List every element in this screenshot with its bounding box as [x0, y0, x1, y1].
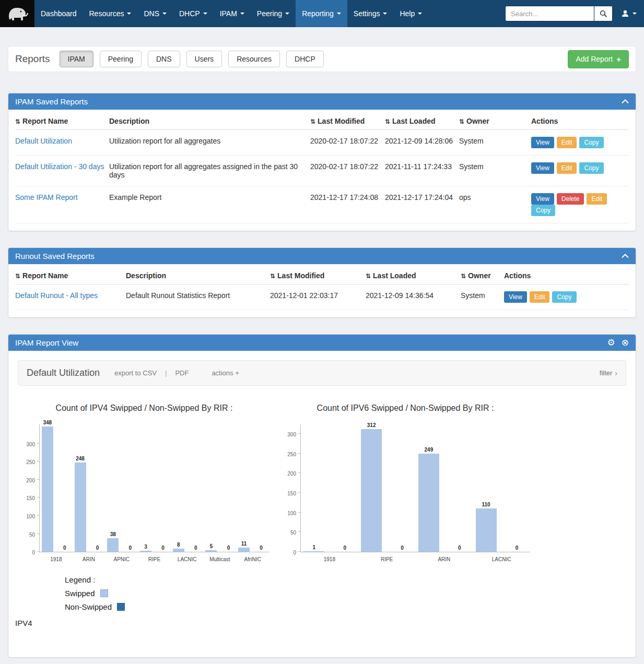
copy-button[interactable]: Copy: [579, 162, 603, 174]
y-tick-label: 50: [290, 530, 296, 536]
nav-item-ipam[interactable]: IPAM: [214, 0, 251, 27]
bar-swipped[interactable]: [173, 549, 184, 552]
x-category-label: 1918: [40, 556, 73, 562]
tab-dhcp[interactable]: DHCP: [286, 51, 324, 67]
report-name-link[interactable]: Default Utilization - 30 days: [15, 162, 104, 171]
bar-value-label: 0: [161, 545, 165, 551]
nav-item-dns[interactable]: DNS: [137, 0, 173, 27]
collapse-chevron-up-icon[interactable]: [622, 99, 629, 104]
export-pdf-link[interactable]: PDF: [175, 369, 189, 377]
column-report-name[interactable]: ⇅Report Name: [15, 267, 126, 284]
column-last-loaded[interactable]: ⇅Last Loaded: [385, 113, 459, 130]
tab-resources[interactable]: Resources: [228, 51, 280, 67]
edit-button[interactable]: Edit: [557, 162, 577, 174]
bar-wrap: 0: [59, 545, 71, 552]
nav-item-dashboard[interactable]: Dashboard: [34, 0, 83, 27]
actions-menu[interactable]: actions +: [212, 369, 239, 377]
legend-item: Non-Swipped: [65, 602, 629, 611]
bar-wrap: 0: [507, 545, 528, 552]
bar-value-label: 38: [110, 531, 116, 537]
bar-swipped[interactable]: [418, 454, 439, 552]
bar-value-label: 0: [227, 545, 230, 551]
column-last-modified[interactable]: ⇅Last Modified: [310, 113, 385, 130]
report-name-cell: Default Utilization - 30 days: [15, 156, 109, 186]
y-axis: 050100150200250300: [280, 424, 300, 552]
view-button[interactable]: View: [531, 193, 554, 205]
panel-body: ⇅Report NameDescription⇅Last Modified⇅La…: [8, 264, 636, 317]
x-category-label: RIPE: [138, 556, 171, 562]
bar-swipped[interactable]: [107, 538, 119, 552]
navbar-right: [505, 0, 644, 27]
filter-toggle[interactable]: filter ›: [600, 369, 617, 377]
tab-ipam[interactable]: IPAM: [60, 51, 93, 67]
bar-value-label: 249: [425, 447, 434, 453]
plus-icon: +: [616, 55, 621, 64]
last-loaded: 2021-12-17 17:24:04: [385, 186, 459, 223]
user-menu[interactable]: [621, 9, 637, 18]
charts-row: Count of IPV4 Swipped / Non-Swipped By R…: [15, 404, 629, 552]
bar-swipped[interactable]: [75, 463, 86, 552]
bar-group: 110AfriNIC: [236, 541, 269, 552]
x-category-label: ARIN: [73, 556, 106, 562]
view-button[interactable]: View: [504, 291, 527, 303]
view-button[interactable]: View: [531, 137, 554, 148]
y-tick-label: 200: [287, 471, 296, 477]
bar-swipped[interactable]: [140, 551, 151, 552]
settings-gear-icon[interactable]: ⚙: [607, 338, 615, 347]
bar-wrap: 348: [42, 420, 53, 552]
nav-item-settings[interactable]: Settings: [347, 0, 394, 27]
collapse-chevron-up-icon[interactable]: [622, 254, 629, 258]
legend-items: SwippedNon-Swipped: [65, 589, 629, 611]
bar-group: 1100LACNIC: [473, 502, 530, 552]
app-logo[interactable]: [0, 0, 34, 27]
edit-button[interactable]: Edit: [530, 291, 550, 303]
column-last-loaded[interactable]: ⇅Last Loaded: [366, 267, 461, 284]
owner: System: [459, 130, 531, 156]
add-report-button[interactable]: Add Report +: [568, 50, 629, 68]
bar-value-label: 0: [260, 545, 263, 551]
edit-button[interactable]: Edit: [557, 137, 577, 148]
ipam-report-view-panel: IPAM Report View ⚙ ⊗ Default Utilization…: [8, 334, 636, 658]
tab-users[interactable]: Users: [186, 51, 223, 67]
bar-swipped[interactable]: [476, 508, 497, 552]
nav-item-reporting[interactable]: Reporting: [296, 0, 347, 27]
chart-body: 0501001502002503001019183120RIPE2490ARIN…: [280, 424, 530, 552]
bar-swipped[interactable]: [361, 429, 382, 552]
view-button[interactable]: View: [531, 162, 554, 174]
bar-wrap: 0: [449, 545, 470, 552]
bar-swipped[interactable]: [303, 551, 324, 552]
bar-group: 101918: [301, 544, 358, 552]
chevron-right-icon: ›: [615, 369, 617, 377]
runout-saved-reports-panel: Runout Saved Reports ⇅Report NameDescrip…: [8, 247, 636, 318]
nav-item-resources[interactable]: Resources: [83, 0, 138, 27]
bar-group: 30RIPE: [138, 544, 171, 552]
edit-button[interactable]: Edit: [587, 193, 607, 205]
search-button[interactable]: [594, 6, 613, 21]
bar-swipped[interactable]: [42, 426, 53, 552]
bar-swipped[interactable]: [238, 548, 250, 552]
copy-button[interactable]: Copy: [552, 291, 576, 303]
column-report-name[interactable]: ⇅Report Name: [15, 113, 109, 130]
nav-item-dhcp[interactable]: DHCP: [173, 0, 214, 27]
copy-button[interactable]: Copy: [531, 205, 555, 216]
close-panel-icon[interactable]: ⊗: [622, 338, 629, 347]
nav-item-help[interactable]: Help: [393, 0, 428, 27]
column-owner[interactable]: ⇅Owner: [459, 113, 531, 130]
panel-header: Runout Saved Reports: [8, 248, 636, 264]
tab-peering[interactable]: Peering: [100, 51, 142, 67]
bar-swipped[interactable]: [205, 550, 217, 552]
tab-dns[interactable]: DNS: [148, 51, 180, 67]
column-last-modified[interactable]: ⇅Last Modified: [270, 267, 366, 284]
column-owner[interactable]: ⇅Owner: [461, 267, 504, 284]
report-name-link[interactable]: Default Utilization: [15, 137, 72, 145]
last-modified: 2021-12-17 17:24:08: [310, 186, 385, 223]
copy-button[interactable]: Copy: [579, 137, 603, 148]
nav-item-peering[interactable]: Peering: [251, 0, 296, 27]
report-name-link[interactable]: Some IPAM Report: [15, 193, 78, 201]
search-input[interactable]: [505, 6, 594, 21]
export-csv-link[interactable]: export to CSV: [114, 369, 157, 377]
report-name-link[interactable]: Default Runout - All types: [15, 291, 98, 300]
report-description: Utilization report for all aggregates: [109, 130, 310, 156]
sort-icon: ⇅: [459, 118, 464, 125]
delete-button[interactable]: Delete: [557, 193, 584, 205]
